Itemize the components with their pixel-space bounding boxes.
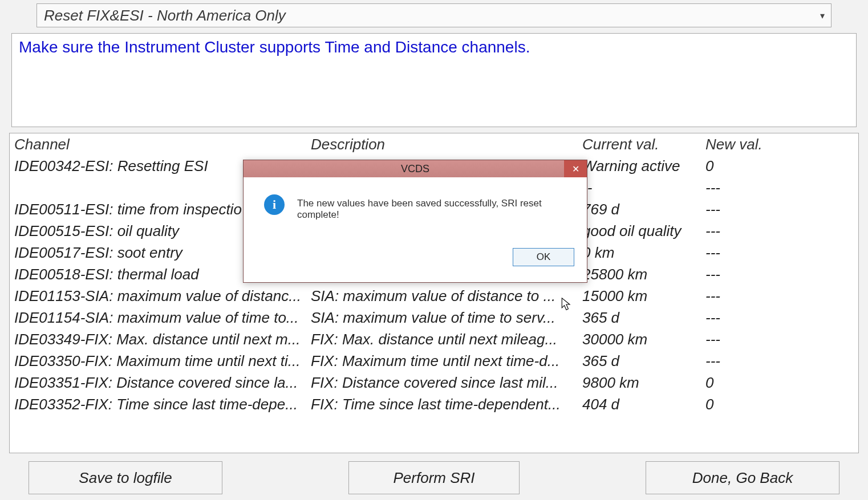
cell-newval: ---	[705, 201, 820, 218]
instruction-text: Make sure the Instrument Cluster support…	[19, 38, 530, 56]
cell-current: 9800 km	[582, 374, 705, 392]
cell-channel: IDE03350-FIX: Maximum time until next ti…	[14, 352, 311, 370]
cell-current: --	[582, 179, 705, 197]
cell-newval: 0	[705, 396, 820, 413]
table-row[interactable]: IDE01154-SIA: maximum value of time to..…	[10, 307, 858, 328]
button-label: Save to logfile	[79, 469, 172, 487]
button-label: Done, Go Back	[692, 469, 793, 487]
cell-channel: IDE01153-SIA: maximum value of distanc..…	[14, 287, 311, 305]
dialog-title: VCDS	[401, 163, 429, 175]
cell-current: 15000 km	[582, 287, 705, 305]
cell-newval: ---	[705, 266, 820, 283]
reset-mode-dropdown[interactable]: Reset FIX&ESI - North America Only ▾	[36, 3, 832, 27]
cell-current: 0 km	[582, 244, 705, 262]
cell-desc: FIX: Distance covered since last mil...	[311, 374, 582, 392]
cell-channel: IDE01154-SIA: maximum value of time to..…	[14, 309, 311, 327]
table-row[interactable]: IDE03350-FIX: Maximum time until next ti…	[10, 350, 858, 372]
cell-newval: 0	[705, 157, 820, 175]
cell-newval: ---	[705, 244, 820, 262]
cell-desc: SIA: maximum value of distance to ...	[311, 287, 582, 305]
perform-sri-button[interactable]: Perform SRI	[348, 461, 520, 494]
header-description: Description	[311, 136, 582, 153]
dialog-message: The new values have been saved successfu…	[297, 194, 578, 221]
chevron-down-icon: ▾	[817, 10, 828, 21]
dialog-titlebar: VCDS ✕	[244, 160, 587, 177]
cell-newval: ---	[705, 179, 820, 197]
button-label: OK	[537, 251, 551, 263]
cell-current: 769 d	[582, 201, 705, 218]
cell-newval: ---	[705, 352, 820, 370]
header-newval: New val.	[705, 136, 820, 153]
cell-newval: 0	[705, 374, 820, 392]
dialog-ok-button[interactable]: OK	[513, 248, 574, 266]
table-row[interactable]: IDE03352-FIX: Time since last time-depe.…	[10, 393, 858, 415]
save-logfile-button[interactable]: Save to logfile	[29, 461, 222, 494]
dropdown-selected-label: Reset FIX&ESI - North America Only	[44, 7, 286, 25]
cell-newval: ---	[705, 309, 820, 327]
cell-desc: FIX: Max. distance until next mileag...	[311, 331, 582, 348]
instruction-panel: Make sure the Instrument Cluster support…	[11, 33, 857, 127]
done-go-back-button[interactable]: Done, Go Back	[646, 461, 839, 494]
cell-channel: IDE03351-FIX: Distance covered since la.…	[14, 374, 311, 392]
dialog-footer: OK	[244, 248, 587, 282]
cell-current: 404 d	[582, 396, 705, 413]
cell-current: 365 d	[582, 309, 705, 327]
cell-current: 25800 km	[582, 266, 705, 283]
button-label: Perform SRI	[393, 469, 474, 487]
cell-current: 365 d	[582, 352, 705, 370]
cell-desc: SIA: maximum value of time to serv...	[311, 309, 582, 327]
dialog-close-button[interactable]: ✕	[564, 160, 587, 177]
info-icon: i	[264, 194, 285, 215]
cell-channel: IDE03352-FIX: Time since last time-depe.…	[14, 396, 311, 413]
header-channel: Channel	[14, 136, 311, 153]
table-row[interactable]: IDE01153-SIA: maximum value of distanc..…	[10, 285, 858, 307]
cell-channel: IDE03349-FIX: Max. distance until next m…	[14, 331, 311, 348]
cell-desc: FIX: Time since last time-dependent...	[311, 396, 582, 413]
cell-current: good oil quality	[582, 222, 705, 240]
cell-newval: ---	[705, 287, 820, 305]
cell-current: 30000 km	[582, 331, 705, 348]
cell-desc: FIX: Maximum time until next time-d...	[311, 352, 582, 370]
cell-newval: ---	[705, 331, 820, 348]
table-header-row: Channel Description Current val. New val…	[10, 133, 858, 155]
vcds-dialog: VCDS ✕ i The new values have been saved …	[243, 160, 587, 283]
action-button-row: Save to logfile Perform SRI Done, Go Bac…	[6, 461, 862, 494]
dialog-body: i The new values have been saved success…	[244, 177, 587, 248]
close-icon: ✕	[572, 164, 579, 174]
table-row[interactable]: IDE03351-FIX: Distance covered since la.…	[10, 372, 858, 393]
header-current: Current val.	[582, 136, 705, 153]
cell-newval: ---	[705, 222, 820, 240]
cell-current: Warning active	[582, 157, 705, 175]
table-row[interactable]: IDE03349-FIX: Max. distance until next m…	[10, 328, 858, 350]
